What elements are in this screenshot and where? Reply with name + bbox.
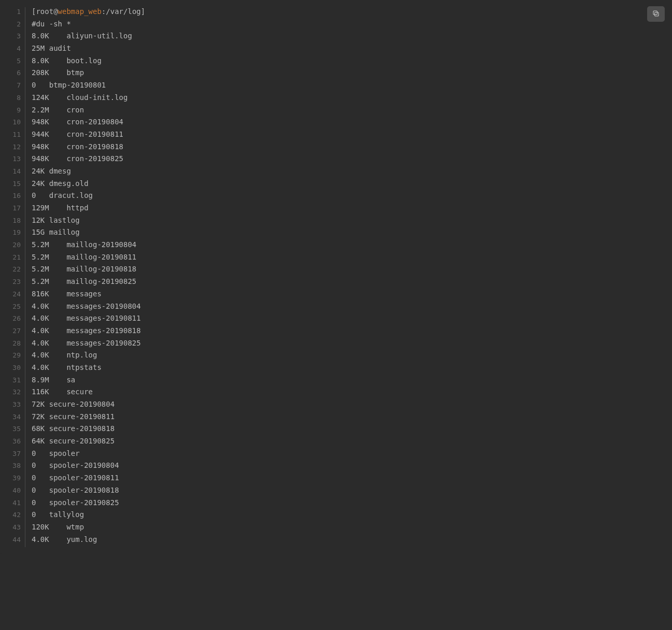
line-number: 12 xyxy=(0,143,25,151)
code-line: 400 spooler-20190818 xyxy=(0,486,672,498)
line-number: 35 xyxy=(0,425,25,433)
output-line: 0 btmp-20190801 xyxy=(32,81,106,89)
gutter-divider xyxy=(25,56,25,69)
code-line: 390 spooler-20190811 xyxy=(0,474,672,486)
output-line: 12K lastlog xyxy=(32,216,80,224)
line-number: 20 xyxy=(0,241,25,249)
line-number: 22 xyxy=(0,265,25,273)
code-line: 225.2M maillog-20190818 xyxy=(0,265,672,277)
gutter-divider xyxy=(25,265,25,277)
code-line: 304.0K ntpstats xyxy=(0,363,672,376)
code-line: 294.0K ntp.log xyxy=(0,351,672,363)
output-line: 5.2M maillog-20190818 xyxy=(32,265,136,273)
code-line: 318.9M sa xyxy=(0,376,672,388)
code-line: 3472K secure-20190811 xyxy=(0,412,672,425)
gutter-divider xyxy=(25,498,25,511)
code-line: 32116K secure xyxy=(0,388,672,400)
line-number: 34 xyxy=(0,413,25,421)
line-number: 23 xyxy=(0,278,25,285)
output-line: 0 spooler-20190804 xyxy=(32,461,119,469)
gutter-divider xyxy=(25,142,25,155)
gutter-divider xyxy=(25,179,25,192)
code-line: 70 btmp-20190801 xyxy=(0,81,672,93)
gutter-divider xyxy=(25,20,25,32)
gutter-divider xyxy=(25,167,25,179)
line-number: 19 xyxy=(0,228,25,236)
code-lines: 1[root@webmap_web:/var/log]2#du -sh *38.… xyxy=(0,7,672,547)
code-line: 380 spooler-20190804 xyxy=(0,461,672,474)
output-line: 116K secure xyxy=(32,388,93,396)
gutter-divider xyxy=(25,461,25,474)
gutter-divider xyxy=(25,204,25,216)
gutter-divider xyxy=(25,326,25,339)
line-number: 18 xyxy=(0,217,25,224)
code-line: 420 tallylog xyxy=(0,510,672,523)
line-number: 31 xyxy=(0,376,25,384)
output-line: 948K cron-20190825 xyxy=(32,154,123,163)
line-number: 16 xyxy=(0,192,25,199)
code-line: 1424K dmesg xyxy=(0,167,672,179)
gutter-divider xyxy=(25,253,25,265)
line-number: 38 xyxy=(0,462,25,469)
line-number: 29 xyxy=(0,351,25,359)
output-line: 948K cron-20190804 xyxy=(32,118,123,126)
line-number: 4 xyxy=(0,45,25,52)
gutter-divider xyxy=(25,93,25,106)
line-number: 40 xyxy=(0,486,25,494)
line-number: 13 xyxy=(0,155,25,163)
gutter-divider xyxy=(25,424,25,437)
output-line: 15G maillog xyxy=(32,228,80,236)
line-number: 24 xyxy=(0,290,25,298)
output-line: 5.2M maillog-20190804 xyxy=(32,240,136,249)
line-number: 26 xyxy=(0,314,25,322)
code-block: 1[root@webmap_web:/var/log]2#du -sh *38.… xyxy=(0,0,672,554)
code-line: 444.0K yum.log xyxy=(0,535,672,548)
copy-button[interactable] xyxy=(647,6,665,22)
code-line: 1524K dmesg.old xyxy=(0,179,672,192)
output-line: 944K cron-20190811 xyxy=(32,130,123,138)
prompt-line: [root@webmap_web:/var/log] xyxy=(32,7,145,16)
code-line: 254.0K messages-20190804 xyxy=(0,302,672,314)
output-line: 120K wtmp xyxy=(32,523,84,531)
output-line: 0 spooler-20190825 xyxy=(32,498,119,507)
line-number: 41 xyxy=(0,499,25,507)
gutter-divider xyxy=(25,437,25,449)
line-number: 32 xyxy=(0,388,25,396)
line-number: 15 xyxy=(0,180,25,188)
output-line: 4.0K ntp.log xyxy=(32,351,97,359)
output-line: 68K secure-20190818 xyxy=(32,424,115,433)
output-line: 24K dmesg.old xyxy=(32,179,89,188)
line-number: 36 xyxy=(0,437,25,445)
code-line: 92.2M cron xyxy=(0,106,672,118)
code-line: 160 dracut.log xyxy=(0,191,672,204)
line-number: 5 xyxy=(0,57,25,65)
code-line: 215.2M maillog-20190811 xyxy=(0,253,672,265)
line-number: 14 xyxy=(0,167,25,175)
code-line: 3568K secure-20190818 xyxy=(0,424,672,437)
output-line: 0 spooler-20190818 xyxy=(32,486,119,494)
gutter-divider xyxy=(25,7,25,20)
output-line: 208K btmp xyxy=(32,68,84,77)
output-line: 72K secure-20190804 xyxy=(32,400,115,408)
output-line: 0 tallylog xyxy=(32,510,84,519)
gutter-divider xyxy=(25,228,25,240)
output-line: 816K messages xyxy=(32,290,102,298)
output-line: 0 dracut.log xyxy=(32,191,93,199)
line-number: 3 xyxy=(0,32,25,40)
code-line: 24816K messages xyxy=(0,290,672,302)
output-line: 4.0K messages-20190825 xyxy=(32,339,141,347)
output-line: 0 spooler xyxy=(32,449,80,457)
output-line: 4.0K messages-20190818 xyxy=(32,326,141,335)
code-line: 3372K secure-20190804 xyxy=(0,400,672,412)
code-line: 1[root@webmap_web:/var/log] xyxy=(0,7,672,20)
line-number: 1 xyxy=(0,8,25,16)
line-number: 9 xyxy=(0,106,25,114)
line-number: 27 xyxy=(0,327,25,335)
line-number: 8 xyxy=(0,94,25,102)
code-line: 264.0K messages-20190811 xyxy=(0,314,672,326)
gutter-divider xyxy=(25,216,25,228)
line-number: 10 xyxy=(0,118,25,126)
gutter-divider xyxy=(25,106,25,118)
code-line: 3664K secure-20190825 xyxy=(0,437,672,449)
gutter-divider xyxy=(25,118,25,130)
